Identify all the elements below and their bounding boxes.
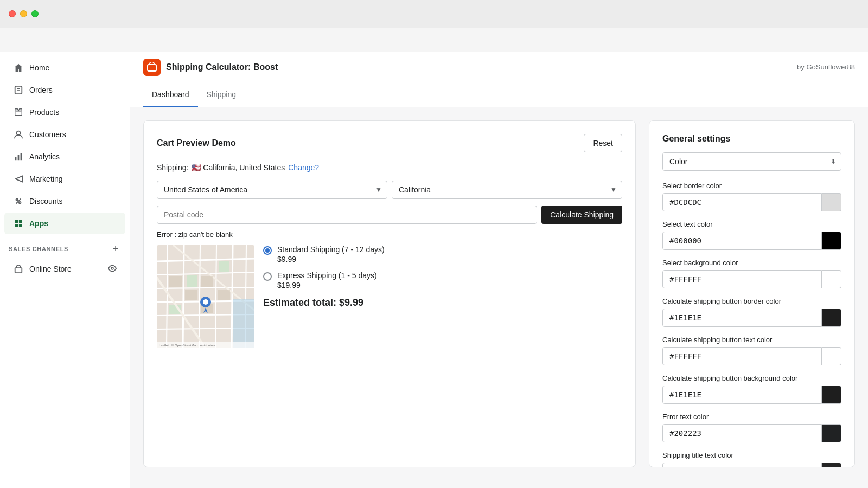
settings-field-label-bg-color: Select background color	[662, 259, 841, 267]
estimated-total: Estimated total: $9.99	[263, 297, 622, 309]
calculate-shipping-button[interactable]: Calculate Shipping	[541, 206, 622, 224]
svg-point-3	[16, 131, 20, 135]
sales-channels-title: SALES CHANNELS	[9, 246, 68, 252]
postal-code-input[interactable]	[157, 206, 537, 224]
apps-icon	[13, 218, 24, 229]
minimize-button[interactable]	[20, 10, 27, 17]
color-swatch-btn-border-color[interactable]	[822, 309, 841, 327]
sidebar-item-home-label: Home	[29, 63, 49, 72]
add-sales-channel-button[interactable]: +	[110, 243, 121, 254]
color-swatch-text-color[interactable]	[822, 232, 841, 250]
home-icon	[13, 62, 24, 73]
shipping-option-express[interactable]: Express Shipping (1 - 5 days) $19.99	[263, 271, 622, 290]
svg-line-26	[183, 245, 184, 348]
sidebar-item-home[interactable]: Home	[4, 57, 125, 79]
app-author: by GoSunflower88	[797, 63, 855, 71]
tab-shipping[interactable]: Shipping	[198, 82, 245, 107]
svg-line-10	[16, 199, 21, 204]
svg-line-29	[232, 245, 233, 348]
sidebar-item-orders[interactable]: Orders	[4, 79, 125, 101]
app-title: Shipping Calculator: Boost	[166, 62, 278, 72]
svg-point-16	[111, 267, 113, 269]
shipping-option-standard[interactable]: Standard Shipping (7 - 12 days) $9.99	[263, 245, 622, 264]
reset-button[interactable]: Reset	[584, 134, 622, 152]
app-header: Shipping Calculator: Boost by GoSunflowe…	[130, 52, 868, 82]
change-location-link[interactable]: Change?	[288, 163, 319, 172]
color-swatch-btn-bg-color[interactable]	[822, 386, 841, 404]
analytics-icon	[13, 151, 24, 162]
color-swatch-error-color[interactable]	[822, 424, 841, 442]
sidebar-item-orders-label: Orders	[29, 86, 53, 94]
sidebar-item-products-label: Products	[29, 108, 59, 117]
sidebar-item-discounts[interactable]: Discounts	[4, 190, 125, 212]
title-bar	[0, 0, 868, 28]
sidebar-item-online-store[interactable]: Online Store	[4, 258, 125, 280]
sidebar-item-marketing[interactable]: Marketing	[4, 168, 125, 190]
svg-rect-7	[15, 178, 17, 179]
marketing-icon	[13, 174, 24, 184]
color-type-select[interactable]: Color	[662, 152, 841, 171]
svg-rect-0	[15, 86, 22, 94]
state-select[interactable]: California	[392, 181, 622, 199]
settings-field-btn-bg-color: Calculate shipping button background col…	[662, 374, 841, 404]
color-type-select-wrapper: Color ⬍	[662, 152, 841, 171]
sidebar-item-marketing-label: Marketing	[29, 175, 62, 183]
svg-rect-11	[15, 220, 18, 223]
express-radio[interactable]	[263, 272, 272, 281]
svg-rect-5	[18, 155, 20, 160]
app-logo	[143, 59, 161, 76]
sidebar-item-customers[interactable]: Customers	[4, 124, 125, 145]
error-text: Error : zip can't be blank	[157, 230, 622, 239]
settings-field-error-color: Error text color	[662, 413, 841, 442]
color-input-btn-bg-color[interactable]	[662, 386, 822, 404]
svg-point-43	[203, 299, 208, 305]
color-swatch-btn-text-color[interactable]	[822, 347, 841, 365]
svg-point-9	[19, 202, 21, 204]
state-select-wrapper: California ▼	[392, 181, 622, 199]
shipping-location: 🇺🇸 California, United States	[192, 163, 285, 172]
settings-field-btn-border-color: Calculate shipping button border color	[662, 297, 841, 327]
sidebar-item-products[interactable]: Products	[4, 101, 125, 123]
color-input-border-color[interactable]	[662, 193, 822, 211]
svg-rect-13	[15, 224, 18, 227]
svg-rect-37	[169, 276, 182, 287]
content-area: Cart Preview Demo Reset Shipping: 🇺🇸 Cal…	[130, 107, 868, 480]
settings-title: General settings	[662, 134, 841, 144]
color-input-btn-text-color[interactable]	[662, 347, 822, 365]
browser-bar	[0, 28, 868, 52]
maximize-button[interactable]	[31, 10, 39, 17]
settings-field-label-btn-text-color: Calculate shipping button text color	[662, 336, 841, 344]
color-input-btn-border-color[interactable]	[662, 309, 822, 327]
standard-shipping-price: $9.99	[277, 255, 385, 264]
sidebar-item-analytics-label: Analytics	[29, 152, 60, 161]
color-input-bg-color[interactable]	[662, 270, 822, 288]
country-select[interactable]: United States of America	[157, 181, 387, 199]
color-swatch-bg-color[interactable]	[822, 270, 841, 288]
sales-channels-section: SALES CHANNELS +	[0, 235, 130, 258]
discounts-icon	[13, 196, 24, 207]
online-store-icon	[13, 264, 24, 274]
sidebar-item-analytics[interactable]: Analytics	[4, 146, 125, 168]
close-button[interactable]	[9, 10, 16, 17]
settings-field-btn-text-color: Calculate shipping button text color	[662, 336, 841, 365]
settings-field-label-border-color: Select border color	[662, 182, 841, 190]
settings-field-border-color: Select border color	[662, 182, 841, 211]
color-input-shipping-title-color[interactable]	[662, 463, 822, 467]
tab-dashboard[interactable]: Dashboard	[143, 82, 198, 107]
sidebar: Home Orders Products Customers Analytics	[0, 52, 130, 488]
sidebar-item-online-store-label: Online Store	[29, 265, 72, 273]
orders-icon	[13, 85, 24, 95]
settings-field-label-error-color: Error text color	[662, 413, 841, 421]
svg-rect-14	[19, 224, 22, 227]
map-container: Leaflet | © OpenStreetMap contributors	[157, 245, 254, 348]
svg-rect-32	[219, 261, 229, 272]
color-input-text-color[interactable]	[662, 232, 822, 250]
svg-rect-39	[185, 290, 197, 300]
sidebar-item-apps[interactable]: Apps	[4, 213, 125, 234]
color-input-error-color[interactable]	[662, 424, 822, 442]
color-swatch-shipping-title-color[interactable]	[822, 463, 841, 467]
color-swatch-border-color[interactable]	[822, 193, 841, 211]
standard-radio[interactable]	[263, 246, 272, 255]
settings-panel: General settings Color ⬍ Select border c…	[649, 120, 855, 467]
svg-rect-15	[15, 268, 22, 273]
